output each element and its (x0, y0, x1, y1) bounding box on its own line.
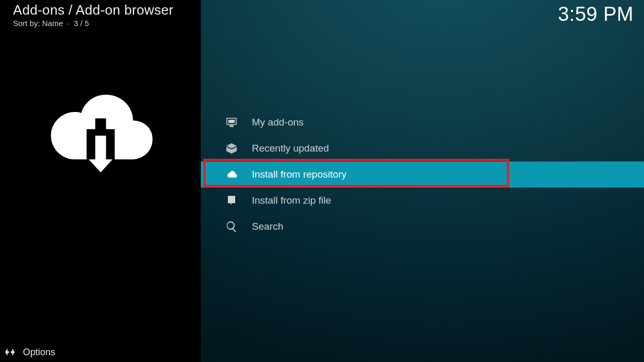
menu-list: My add-ons Recently updated Install from… (201, 109, 644, 240)
menu-item-label: Search (252, 221, 283, 232)
sidebar: Add-ons / Add-on browser Sort by: Name ·… (0, 0, 201, 362)
section-icon-wrap (0, 28, 201, 362)
menu-item-install-from-repository[interactable]: Install from repository (201, 161, 644, 188)
cloud-download-icon (46, 84, 155, 172)
search-icon (225, 220, 238, 233)
menu-item-label: Recently updated (252, 143, 329, 154)
sort-line: Sort by: Name · 3 / 5 (13, 19, 201, 28)
sort-prefix: Sort by: (13, 19, 40, 28)
menu-item-search[interactable]: Search (201, 214, 644, 240)
box-icon (225, 142, 238, 155)
options-label: Options (23, 347, 55, 358)
zip-install-icon (225, 194, 238, 207)
header: Add-ons / Add-on browser Sort by: Name ·… (0, 0, 201, 28)
options-arrows-icon (4, 346, 16, 358)
svg-rect-0 (228, 120, 235, 123)
sort-value: Name (42, 19, 63, 28)
breadcrumb: Add-ons / Add-on browser (13, 2, 201, 18)
main-panel: 3:59 PM My add-ons Recently updated Inst… (201, 0, 644, 362)
monitor-icon (225, 116, 238, 129)
menu-item-my-addons[interactable]: My add-ons (201, 109, 644, 135)
cloud-install-icon (225, 168, 238, 181)
menu-item-recently-updated[interactable]: Recently updated (201, 135, 644, 161)
options-button[interactable]: Options (4, 346, 55, 358)
list-position: 3 / 5 (74, 19, 89, 28)
separator-dot: · (67, 19, 69, 28)
menu-item-label: My add-ons (252, 117, 303, 128)
menu-item-label: Install from repository (252, 169, 347, 180)
menu-item-label: Install from zip file (252, 195, 331, 206)
menu-item-install-from-zip[interactable]: Install from zip file (201, 188, 644, 214)
clock: 3:59 PM (558, 3, 634, 26)
